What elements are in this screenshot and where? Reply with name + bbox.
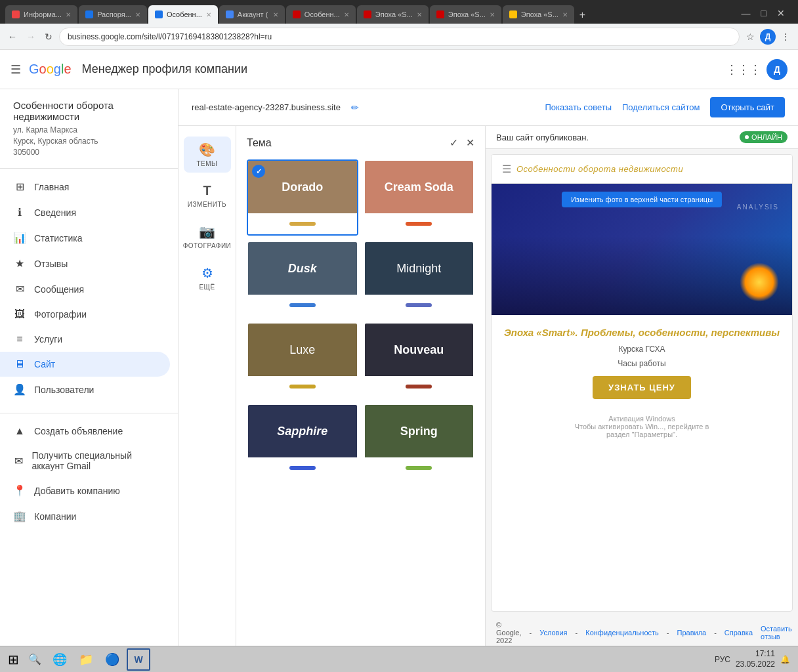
tab-label-8: Эпоха «S... <box>521 10 558 18</box>
tab-8[interactable]: Эпоха «S... ✕ <box>503 5 574 24</box>
change-tool[interactable]: T ИЗМЕНИТЬ <box>184 178 231 213</box>
edit-domain-button[interactable]: ✏ <box>351 102 359 113</box>
new-tab-button[interactable]: + <box>576 9 589 21</box>
theme-luxe[interactable]: Luxe <box>247 322 358 398</box>
hamburger-icon[interactable]: ☰ <box>10 62 21 77</box>
tab-close-2[interactable]: ✕ <box>135 11 140 18</box>
open-site-button[interactable]: Открыть сайт <box>710 97 785 117</box>
sidebar-item-users[interactable]: 👤 Пользователи <box>0 377 170 402</box>
tab-1[interactable]: Информа... ✕ <box>5 5 77 24</box>
tab-close-3[interactable]: ✕ <box>206 11 211 18</box>
theme-spring[interactable]: Spring <box>364 404 475 480</box>
footer-conditions[interactable]: Условия <box>539 629 567 637</box>
tab-2[interactable]: Распоря... ✕ <box>79 5 147 24</box>
sidebar-item-info[interactable]: ℹ Сведения <box>0 200 170 225</box>
change-photo-button[interactable]: Изменить фото в верхней части страницы <box>562 192 722 207</box>
sidebar-item-add-company[interactable]: 📍 Добавить компанию <box>0 478 178 503</box>
tab-close-6[interactable]: ✕ <box>417 11 422 18</box>
logo-o2: o <box>47 62 54 76</box>
sidebar-item-gmail[interactable]: ✉ Получить специальный аккаунт Gmail <box>0 444 178 478</box>
tab-favicon-2 <box>85 10 93 18</box>
minimize-button[interactable]: — <box>739 5 753 21</box>
sidebar-item-messages[interactable]: ✉ Сообщения <box>0 276 170 302</box>
apps-grid-icon[interactable]: ⋮⋮⋮ <box>726 62 761 77</box>
google-logo: Google <box>29 62 72 77</box>
sidebar-item-photos[interactable]: 🖼 Фотографии <box>0 302 170 327</box>
theme-midnight[interactable]: Midnight <box>364 241 475 317</box>
taskbar-app-ie[interactable]: 🌐 <box>48 648 72 671</box>
online-dot <box>745 135 749 139</box>
tab-3[interactable]: Особенн... ✕ <box>148 5 218 24</box>
sidebar-item-services[interactable]: ≡ Услуги <box>0 327 170 352</box>
theme-nouveau[interactable]: Nouveau <box>364 322 475 398</box>
footer-rules[interactable]: Правила <box>677 629 707 637</box>
taskbar-right: РУС 17:11 23.05.2022 🔔 <box>715 649 795 669</box>
reload-button[interactable]: ↻ <box>42 29 55 45</box>
taskbar-app-chrome[interactable]: 🔵 <box>100 648 124 671</box>
sidebar-item-site[interactable]: 🖥 Сайт <box>0 352 170 377</box>
preview-hero-glow <box>740 262 779 302</box>
theme-sapphire[interactable]: Sapphire <box>247 404 358 480</box>
sidebar-item-stats[interactable]: 📊 Статистика <box>0 225 170 251</box>
theme-dusk[interactable]: Dusk <box>247 241 358 317</box>
sidebar-item-companies[interactable]: 🏢 Компании <box>0 503 178 529</box>
address-bar[interactable]: business.google.com/site/l/0719716941838… <box>59 28 740 46</box>
tab-close-8[interactable]: ✕ <box>562 11 568 18</box>
footer-privacy[interactable]: Конфиденциальность <box>585 629 659 637</box>
sidebar-item-ad[interactable]: ▲ Создать объявление <box>0 419 178 444</box>
preview-text-section: Эпоха «Smart». Проблемы, особенности, пе… <box>492 315 792 410</box>
sidebar-item-reviews[interactable]: ★ Отзывы <box>0 251 170 276</box>
taskbar-app-word[interactable]: W <box>127 648 150 671</box>
share-site-button[interactable]: Поделиться сайтом <box>622 102 700 112</box>
address-text: business.google.com/site/l/0719716941838… <box>68 32 272 41</box>
confirm-theme-button[interactable]: ✓ <box>450 136 458 149</box>
themes-label: ТЕМЫ <box>197 160 218 167</box>
theme-dorado[interactable]: ✓ Dorado <box>247 159 358 236</box>
theme-panel-header: Тема ✓ ✕ <box>247 136 474 149</box>
user-avatar[interactable]: Д <box>766 59 788 80</box>
theme-spring-name: Spring <box>400 425 438 438</box>
tab-close-1[interactable]: ✕ <box>66 11 71 18</box>
theme-spring-color <box>406 466 432 470</box>
close-theme-button[interactable]: ✕ <box>466 136 474 149</box>
sidebar-company-name: Особенности оборота недвижимости <box>13 100 165 122</box>
taskbar-app-explorer[interactable]: 📁 <box>74 648 98 671</box>
header-title: Менеджер профиля компании <box>82 62 247 76</box>
footer-leave-review[interactable]: Оставить отзыв <box>761 625 792 640</box>
theme-midnight-bottom <box>365 295 474 316</box>
users-icon: 👤 <box>13 383 26 396</box>
forward-button[interactable]: → <box>24 29 38 45</box>
preview-content[interactable]: ☰ Особенности оборота недвижимости Измен… <box>491 154 793 612</box>
tab-close-5[interactable]: ✕ <box>344 11 349 18</box>
more-options-icon[interactable]: ⋮ <box>778 29 793 45</box>
tab-5[interactable]: Особенн... ✕ <box>286 5 356 24</box>
sidebar-label-messages: Сообщения <box>34 284 84 295</box>
theme-cream-soda[interactable]: Cream Soda <box>364 159 475 236</box>
show-tips-button[interactable]: Показать советы <box>545 102 612 112</box>
preview-hero: Изменить фото в верхней части страницы A… <box>492 184 792 315</box>
preview-cta-button[interactable]: УЗНАТЬ ЦЕНУ <box>593 376 691 399</box>
tab-close-7[interactable]: ✕ <box>490 11 495 18</box>
browser-tabs: Информа... ✕ Распоря... ✕ Особенн... ✕ А… <box>0 0 798 24</box>
tab-favicon-7 <box>436 10 444 18</box>
sidebar-item-main[interactable]: ⊞ Главная <box>0 174 170 200</box>
maximize-button[interactable]: □ <box>759 5 769 21</box>
more-tool[interactable]: ⚙ ЕЩЁ <box>184 260 231 296</box>
watermark-line1: Активация Windows <box>492 415 792 423</box>
tab-close-4[interactable]: ✕ <box>273 11 278 18</box>
profile-icon[interactable]: Д <box>760 29 776 45</box>
tab-4[interactable]: Аккаунт ( ✕ <box>219 5 285 24</box>
start-button[interactable]: ⊞ <box>3 649 24 670</box>
bookmark-icon[interactable]: ☆ <box>744 29 757 45</box>
notification-icon[interactable]: 🔔 <box>780 655 790 664</box>
sidebar-divider-1 <box>0 413 178 413</box>
search-button[interactable]: 🔍 <box>26 650 44 668</box>
close-window-button[interactable]: ✕ <box>774 5 788 21</box>
photos-tool[interactable]: 📷 ФОТОГРАФИИ <box>184 219 231 255</box>
back-button[interactable]: ← <box>5 29 20 45</box>
taskbar: ⊞ 🔍 🌐 📁 🔵 W РУС 17:11 23.05.2022 🔔 <box>0 646 798 672</box>
themes-tool[interactable]: 🎨 ТЕМЫ <box>184 136 231 173</box>
footer-help[interactable]: Справка <box>724 629 753 637</box>
tab-6[interactable]: Эпоха «S... ✕ <box>357 5 429 24</box>
tab-7[interactable]: Эпоха «S... ✕ <box>430 5 501 24</box>
